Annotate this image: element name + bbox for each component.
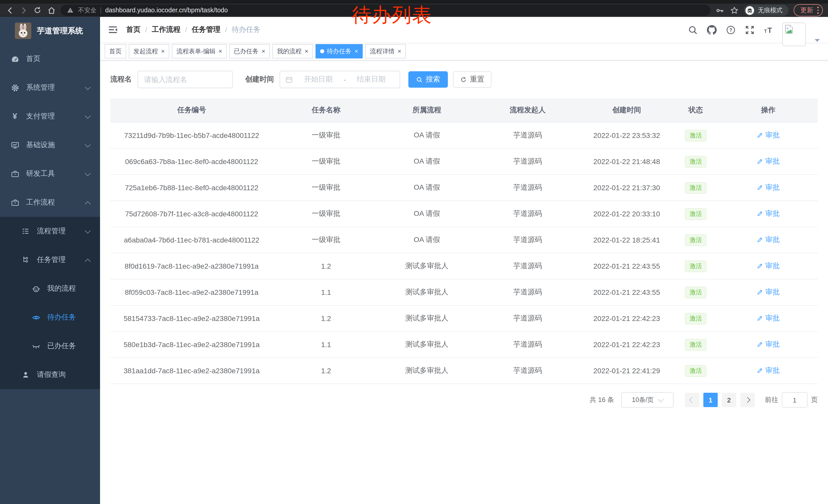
tab-close-icon[interactable]: × <box>262 48 265 54</box>
chevron-right-icon <box>745 397 750 403</box>
date-range-picker[interactable]: 开始日期 - 结束日期 <box>280 71 400 88</box>
approve-link-label: 审批 <box>765 314 780 323</box>
sidebar-item-0[interactable]: 首页 <box>0 45 100 73</box>
cell-process: 测试多审批人 <box>379 305 474 331</box>
approve-link[interactable]: 审批 <box>757 288 780 297</box>
sidebar-item-1[interactable]: 系统管理 <box>0 73 100 102</box>
browser-back-icon[interactable] <box>5 6 14 15</box>
table-row: a6aba0a4-7b6d-11ec-b781-acde48001122 一级审… <box>110 227 818 253</box>
sidebar-subitem-0[interactable]: 流程管理 <box>0 217 100 245</box>
sidebar-item-4[interactable]: 研发工具 <box>0 159 100 188</box>
tab-0[interactable]: 首页 <box>105 44 126 58</box>
approve-link[interactable]: 审批 <box>757 314 780 323</box>
approve-link-label: 审批 <box>765 183 780 192</box>
page-size-select[interactable]: 10条/页 <box>621 392 673 408</box>
user-avatar-broken-image[interactable] <box>782 22 806 46</box>
tab-close-icon[interactable]: × <box>305 48 308 54</box>
sidebar-item-label: 支付管理 <box>26 112 55 121</box>
sidebar: 芋道管理系统 首页 系统管理 ¥ 支付管理 基础设施 研发工具 工作流程 流程管… <box>0 17 100 504</box>
sidebar-logo-row[interactable]: 芋道管理系统 <box>0 17 100 45</box>
reset-button[interactable]: 重置 <box>453 71 492 88</box>
breadcrumb-item-1[interactable]: 工作流程 <box>152 25 180 34</box>
status-badge: 激活 <box>685 182 706 193</box>
cell-task-id: 580e1b3d-7ac8-11ec-a9e2-a2380e71991a <box>110 331 273 358</box>
approve-link[interactable]: 审批 <box>757 366 780 375</box>
pagination: 共 16 条 10条/页 12 前往 页 <box>110 392 818 408</box>
approve-link[interactable]: 审批 <box>757 235 780 244</box>
cell-create-time: 2022-01-22 18:25:41 <box>581 227 673 253</box>
cell-process: OA 请假 <box>379 122 474 148</box>
sidebar-collapse-icon[interactable] <box>108 25 118 35</box>
approve-link[interactable]: 审批 <box>757 157 780 166</box>
cell-task-name: 一级审批 <box>273 201 379 227</box>
browser-forward-icon[interactable] <box>19 6 28 15</box>
tab-4[interactable]: 我的流程 × <box>273 44 313 58</box>
approve-link[interactable]: 审批 <box>757 262 780 271</box>
approve-link[interactable]: 审批 <box>757 131 780 140</box>
page-button-2[interactable]: 2 <box>722 393 736 407</box>
sidebar-subitem-5[interactable]: 请假查询 <box>0 360 100 389</box>
browser-reload-icon[interactable] <box>33 6 42 15</box>
process-name-input[interactable] <box>137 71 233 88</box>
tab-6[interactable]: 流程详情 × <box>365 44 406 58</box>
tab-close-icon[interactable]: × <box>218 48 222 54</box>
avatar-caret-down-icon[interactable] <box>815 39 820 42</box>
github-icon[interactable] <box>706 25 717 35</box>
tab-3[interactable]: 已办任务 × <box>229 44 270 58</box>
cell-create-time: 2022-01-22 21:37:30 <box>581 175 673 201</box>
sidebar-item-5[interactable]: 工作流程 <box>0 188 100 217</box>
search-icon[interactable] <box>688 25 698 35</box>
cell-task-id: a6aba0a4-7b6d-11ec-b781-acde48001122 <box>110 227 273 253</box>
approve-link[interactable]: 审批 <box>757 209 780 218</box>
chevron-down-icon <box>85 142 91 148</box>
tab-close-icon[interactable]: × <box>398 48 401 54</box>
tab-close-icon[interactable]: × <box>161 48 165 54</box>
tab-close-icon[interactable]: × <box>355 48 358 54</box>
cell-task-id: 8f0d1619-7ac8-11ec-a9e2-a2380e71991a <box>110 253 273 279</box>
cell-action: 审批 <box>719 227 818 253</box>
breadcrumb-item-2[interactable]: 任务管理 <box>192 25 220 34</box>
sidebar-subitem-4[interactable]: 已办任务 <box>0 332 100 360</box>
sidebar-item-label: 首页 <box>26 54 41 63</box>
sidebar-item-3[interactable]: 基础设施 <box>0 131 100 159</box>
sidebar-subitem-2[interactable]: 我的流程 <box>0 274 100 303</box>
breadcrumb-separator: / <box>145 26 147 34</box>
sidebar-subitem-label: 请假查询 <box>37 370 66 379</box>
cell-task-id: 069c6a63-7b8a-11ec-8ef0-acde48001122 <box>110 148 273 175</box>
cell-status: 激活 <box>673 305 719 331</box>
cell-create-time: 2022-01-21 22:43:55 <box>581 279 673 305</box>
font-size-icon[interactable]: TT <box>763 25 774 35</box>
sidebar-item-2[interactable]: ¥ 支付管理 <box>0 102 100 131</box>
tab-1[interactable]: 发起流程 × <box>129 44 169 58</box>
breadcrumb-item-0[interactable]: 首页 <box>126 25 140 34</box>
prev-page-button[interactable] <box>685 393 699 407</box>
help-question-icon[interactable]: ? <box>726 25 736 35</box>
cell-initiator: 芋道源码 <box>474 148 581 175</box>
cell-status: 激活 <box>673 201 719 227</box>
cell-task-name: 1.1 <box>273 331 379 358</box>
sidebar-subitem-label: 待办任务 <box>47 313 76 322</box>
tab-5[interactable]: 待办任务 × <box>316 44 363 58</box>
search-button[interactable]: 搜索 <box>408 71 448 88</box>
table-row: 75d72608-7b7f-11ec-a3c8-acde48001122 一级审… <box>110 201 818 227</box>
approve-link[interactable]: 审批 <box>757 183 780 192</box>
fullscreen-icon[interactable] <box>744 25 755 35</box>
cell-action: 审批 <box>719 279 818 305</box>
tab-label: 流程表单-编辑 <box>176 47 215 56</box>
app-title: 芋道管理系统 <box>37 26 83 36</box>
create-time-label: 创建时间 <box>245 75 274 84</box>
browser-home-icon[interactable] <box>47 6 56 15</box>
cell-status: 激活 <box>673 175 719 201</box>
search-button-icon <box>416 76 423 83</box>
goto-page-input[interactable] <box>782 392 808 408</box>
start-date-placeholder: 开始日期 <box>295 75 341 84</box>
tab-2[interactable]: 流程表单-编辑 × <box>172 44 227 58</box>
approve-link[interactable]: 审批 <box>757 340 780 349</box>
cell-initiator: 芋道源码 <box>474 279 581 305</box>
sidebar-subitem-3[interactable]: 待办任务 <box>0 303 100 332</box>
page-button-1[interactable]: 1 <box>703 393 718 407</box>
table-header-row: 任务编号任务名称所属流程流程发起人创建时间状态操作 <box>110 98 818 122</box>
todo-task-table: 任务编号任务名称所属流程流程发起人创建时间状态操作 73211d9d-7b9b-… <box>110 98 818 384</box>
sidebar-subitem-1[interactable]: 任务管理 <box>0 245 100 274</box>
next-page-button[interactable] <box>740 393 755 407</box>
